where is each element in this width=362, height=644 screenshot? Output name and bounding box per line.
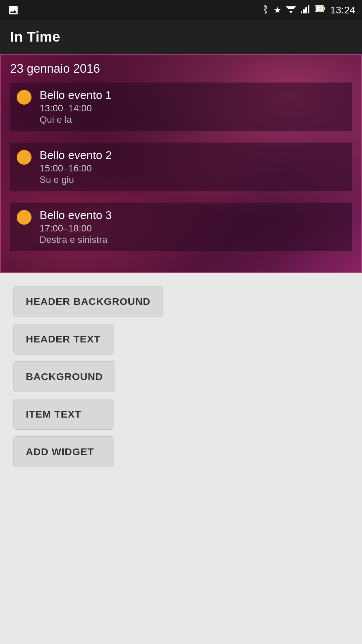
svg-rect-4 [301, 11, 302, 13]
widget-date: 23 gennaio 2016 [10, 62, 352, 76]
event-item-2: Bello evento 2 15:00–16:00 Su e giu [10, 143, 352, 191]
add-widget-button[interactable]: ADD WIDGET [13, 436, 114, 467]
event-location-1: Qui e la [40, 114, 345, 125]
event-info-3: Bello evento 3 17:00–18:00 Destra e sini… [40, 209, 345, 245]
app-bar: In Time [0, 20, 362, 54]
event-title-3: Bello evento 3 [40, 209, 345, 222]
svg-rect-9 [324, 7, 325, 10]
buttons-area: HEADER BACKGROUND HEADER TEXT BACKGROUND… [0, 273, 362, 644]
event-title-1: Bello evento 1 [40, 89, 345, 102]
bluetooth-icon [261, 4, 269, 16]
photo-icon [7, 4, 20, 16]
wifi-icon [286, 5, 296, 15]
battery-icon: ⚡ [315, 4, 325, 16]
event-item-3: Bello evento 3 17:00–18:00 Destra e sini… [10, 203, 352, 251]
status-time: 13:24 [330, 4, 355, 16]
background-button[interactable]: BACKGROUND [13, 361, 115, 392]
item-text-button[interactable]: ITEM TEXT [13, 399, 114, 430]
event-dot-1 [17, 90, 32, 105]
widget-preview: 23 gennaio 2016 Bello evento 1 13:00–14:… [0, 54, 362, 273]
svg-rect-5 [303, 9, 305, 13]
status-bar-left [7, 4, 20, 16]
event-time-2: 15:00–16:00 [40, 163, 345, 174]
event-dot-3 [17, 210, 32, 225]
event-location-3: Destra e sinistra [40, 234, 345, 245]
header-background-button[interactable]: HEADER BACKGROUND [13, 286, 163, 317]
star-icon: ★ [274, 5, 281, 15]
svg-point-3 [290, 12, 292, 13]
svg-rect-6 [305, 7, 307, 13]
event-location-2: Su e giu [40, 174, 345, 185]
event-time-1: 13:00–14:00 [40, 103, 345, 114]
event-dot-2 [17, 150, 32, 165]
widget-content: 23 gennaio 2016 Bello evento 1 13:00–14:… [0, 54, 362, 273]
event-item-1: Bello evento 1 13:00–14:00 Qui e la [10, 83, 352, 131]
status-bar: ★ ⚡ [0, 0, 362, 20]
status-bar-right: ★ ⚡ [261, 4, 355, 16]
svg-rect-7 [308, 5, 309, 13]
header-text-button[interactable]: HEADER TEXT [13, 324, 114, 355]
svg-text:⚡: ⚡ [317, 6, 323, 12]
signal-icon [301, 5, 310, 16]
event-title-2: Bello evento 2 [40, 149, 345, 162]
event-info-2: Bello evento 2 15:00–16:00 Su e giu [40, 149, 345, 185]
app-title: In Time [10, 29, 60, 45]
event-info-1: Bello evento 1 13:00–14:00 Qui e la [40, 89, 345, 125]
event-time-3: 17:00–18:00 [40, 223, 345, 234]
